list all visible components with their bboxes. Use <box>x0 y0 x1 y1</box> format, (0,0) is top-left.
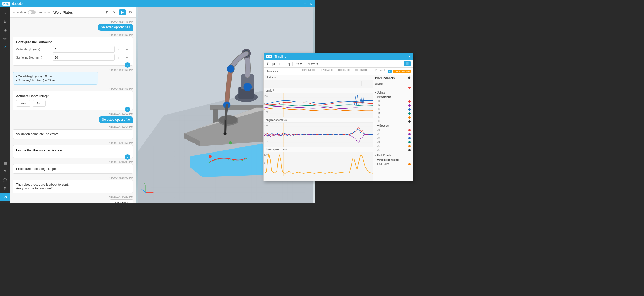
sidebar-item-grid[interactable]: ▦ <box>1 159 9 166</box>
tl-menu-button[interactable]: ☰ <box>404 61 411 66</box>
svg-text:100: 100 <box>264 95 268 98</box>
sidebar-item-check[interactable]: ✓ <box>1 44 9 51</box>
work-cell-card: Ensure that the work cell is clear ✓ <box>13 145 133 158</box>
tl-btn-plus[interactable]: + <box>277 61 282 66</box>
info-line-1: • OuterMargin (mm) = 5 mm <box>16 75 95 78</box>
app-logo: HAL <box>2 2 10 6</box>
no-button[interactable]: No <box>33 100 46 107</box>
sidebar-item-gear[interactable]: ⚙ <box>1 185 9 192</box>
j4-position-label: J4 <box>377 112 380 115</box>
play-button[interactable]: ▶ <box>119 9 126 15</box>
outer-margin-unit: mm <box>117 48 122 51</box>
timeline-panel: HAL Timeline × ⟪ |◀ + ⟶| °/s ▼ mm/s ▼ ☰ … <box>263 53 413 181</box>
timestamp-7: 7/4/2024 5:14:59 PM <box>13 142 133 145</box>
j3-speed-dot <box>408 137 411 139</box>
j3-speed-item: J3 <box>373 136 413 140</box>
close-procedure-button[interactable]: ✕ <box>112 10 117 15</box>
bubble-content-1: Selected option: Yes <box>98 24 133 31</box>
yes-button[interactable]: Yes <box>16 100 30 107</box>
close-button[interactable]: × <box>309 1 313 6</box>
chart-area: alert level angle ° 100 <box>264 75 373 181</box>
channel-group-alerts: Alerts <box>373 81 413 90</box>
svg-text:X: X <box>154 191 156 194</box>
tl-btn-prev[interactable]: |◀ <box>271 61 276 66</box>
channels-settings-icon[interactable]: ⚙ <box>408 76 411 80</box>
surfacing-step-input[interactable] <box>53 54 115 61</box>
tick-3: 00:01|02.00 <box>337 69 349 71</box>
chat-header: simulation production Weld Plates ▼ ✕ ▶ … <box>10 7 136 18</box>
j1-speed-label: J1 <box>377 128 380 131</box>
sidebar-item-edit[interactable]: ✏ <box>1 35 9 42</box>
app-title: decode <box>12 2 23 6</box>
endpoints-group-title[interactable]: ▾ End Points <box>373 153 413 158</box>
svg-point-23 <box>229 141 232 145</box>
form-row-surfacing-step: SurfacingStep (mm) mm ▼ <box>16 54 130 61</box>
toggle-thumb <box>28 11 32 14</box>
channel-group-endpoints: ▾ End Points ▾ Position Speed End Point <box>373 153 413 167</box>
timeline-title: Timeline <box>275 55 406 59</box>
j3-speed-label: J3 <box>377 137 380 139</box>
message-6: 7/4/2024 5:14:58 PM Validation complete:… <box>13 126 133 139</box>
continue-button[interactable]: continue <box>110 199 133 203</box>
tl-dropdown-unit[interactable]: mm/s ▼ <box>307 62 320 66</box>
svg-text:-100: -100 <box>264 140 268 143</box>
message-4: 7/4/2024 5:14:53 PM Activate Contouring?… <box>13 87 133 110</box>
joints-group-title[interactable]: ▾ Joints <box>373 90 413 95</box>
window-controls: − × <box>303 1 313 6</box>
j6-position-dot <box>408 120 411 123</box>
dropdown-button[interactable]: ▼ <box>104 10 110 15</box>
timeline-badges: ● HALProcedure <box>388 70 411 73</box>
validation-card: Validation complete: no errors. <box>13 129 133 139</box>
time-ruler: 0 00:00|20.00 00:00|40.00 00:01|02.00 00… <box>284 69 386 74</box>
about-to-start-card: The robot procedure is about to start.Ar… <box>13 180 133 193</box>
timeline-close-button[interactable]: × <box>408 54 411 59</box>
endpoint-label: End Point <box>377 163 389 166</box>
tl-unit-label: mm/s <box>308 62 315 65</box>
position-speed-group-title[interactable]: ▾ Position Speed <box>373 158 413 162</box>
card-title-4: Activate Contouring? <box>16 94 130 98</box>
sim-prod-toggle[interactable] <box>28 10 36 14</box>
sidebar-item-star[interactable]: ✦ <box>1 9 9 17</box>
svg-point-19 <box>243 83 252 91</box>
timeline-logo: HAL <box>266 55 272 58</box>
sidebar-item-close[interactable]: ✕ <box>1 168 9 175</box>
alert-level-label: alert level <box>264 75 373 80</box>
timestamp-9: 7/4/2024 5:15:01 PM <box>13 176 133 179</box>
j2-speed-label: J2 <box>377 133 380 135</box>
hal-label: HAL <box>0 193 10 201</box>
refresh-button[interactable]: ↺ <box>128 10 133 15</box>
timestamp-6: 7/4/2024 5:14:58 PM <box>13 126 133 129</box>
tick-0: 0 <box>284 69 285 71</box>
tl-dropdown-speed[interactable]: °/s ▼ <box>294 62 303 66</box>
svg-text:Y: Y <box>144 182 146 185</box>
channels-header: Plot Channels ⚙ <box>373 75 413 81</box>
j5-position-label: J5 <box>377 116 380 119</box>
bubble-content-5: Selected option: No <box>99 116 133 123</box>
outer-margin-dropdown[interactable]: ▼ <box>124 48 130 51</box>
speeds-group-title[interactable]: ▾ Speeds <box>373 123 413 128</box>
work-cell-text: Ensure that the work cell is clear <box>16 149 130 152</box>
outer-margin-input[interactable] <box>53 46 115 53</box>
j6-speed-dot <box>408 149 411 151</box>
tick-2: 00:00|40.00 <box>321 69 333 71</box>
surfacing-step-dropdown[interactable]: ▼ <box>124 56 130 59</box>
timeline-time-header: hh:mm:s.s 0 00:00|20.00 00:00|40.00 00:0… <box>264 68 413 75</box>
tl-btn-next[interactable]: ⟶| <box>283 61 291 66</box>
endpoint-item: End Point <box>373 162 413 166</box>
positions-group-title[interactable]: ▾ Positions <box>373 95 413 99</box>
angular-speed-label: angular speed °/s <box>264 118 373 123</box>
outer-margin-label: OuterMargin (mm) <box>16 48 51 51</box>
svg-point-24 <box>209 155 212 158</box>
j4-speed-dot <box>408 141 411 143</box>
minimize-button[interactable]: − <box>303 1 307 6</box>
endpoint-dot <box>408 163 411 165</box>
alerts-group-title[interactable]: Alerts <box>373 81 413 86</box>
sidebar-item-person[interactable]: ◯ <box>1 176 9 184</box>
surfacing-step-label: SurfacingStep (mm) <box>16 56 51 59</box>
info-line-2: • SurfacingStep (mm) = 20 mm <box>16 79 95 82</box>
chat-messages: 7/4/2024 5:14:49 PM Selected option: Yes… <box>10 18 136 203</box>
sidebar-item-layers[interactable]: ◈ <box>1 26 9 34</box>
sidebar-item-settings[interactable]: ⚙ <box>1 18 9 25</box>
tl-btn-rewind[interactable]: ⟪ <box>266 61 270 66</box>
tl-sep-1 <box>292 62 293 66</box>
